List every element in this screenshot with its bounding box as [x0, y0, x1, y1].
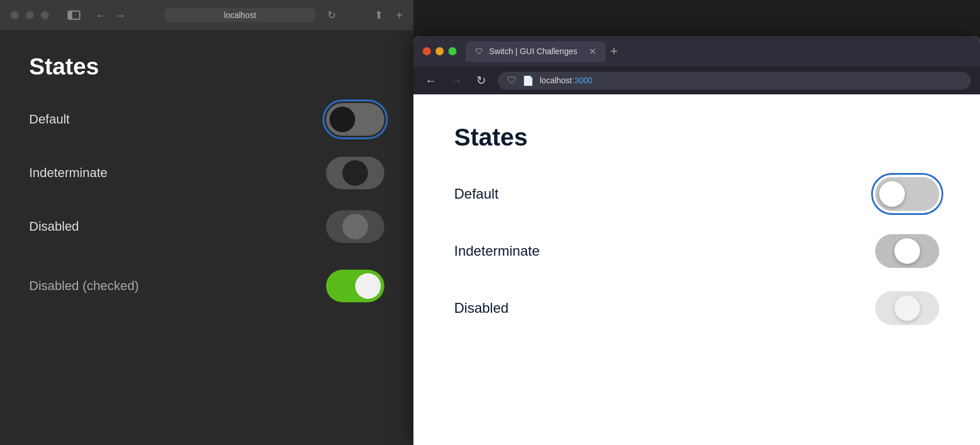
fg-states-heading: States [454, 123, 939, 151]
fg-traffic-lights [423, 47, 457, 55]
fg-tab[interactable]: 🛡 Switch | GUI Challenges ✕ [466, 41, 606, 62]
fg-address-host: localhost [540, 76, 572, 85]
bg-toggle-disabled [326, 210, 384, 243]
fg-label-indeterminate: Indeterminate [454, 243, 540, 259]
fg-forward-button[interactable]: → [448, 72, 465, 90]
bg-label-disabled-checked: Disabled (checked) [29, 278, 139, 294]
fg-address-bar[interactable]: 🛡 📄 localhost:3000 [498, 72, 971, 90]
bg-share-icon[interactable]: ⬆ [374, 9, 383, 22]
bg-toggle-indeterminate[interactable] [326, 157, 384, 189]
bg-label-indeterminate: Indeterminate [29, 165, 108, 181]
fg-reload-button[interactable]: ↻ [474, 71, 489, 90]
bg-back-icon[interactable]: ← [95, 9, 107, 22]
bg-newtab-icon[interactable]: + [396, 9, 403, 22]
fg-toggle-default-knob [879, 181, 905, 207]
bg-minimize-button[interactable] [26, 11, 34, 19]
background-browser: ← → localhost ↻ ⬆ + States Default Indet… [0, 0, 413, 445]
fg-close-button[interactable] [423, 47, 431, 55]
bg-fullscreen-button[interactable] [41, 11, 49, 19]
bg-toggle-disabled-checked-knob [355, 273, 381, 299]
bg-label-disabled: Disabled [29, 219, 79, 234]
fg-titlebar: 🛡 Switch | GUI Challenges ✕ + [413, 36, 980, 66]
bg-toggle-default-knob [330, 107, 355, 132]
bg-close-button[interactable] [10, 11, 19, 19]
bg-row-indeterminate: Indeterminate [29, 157, 384, 189]
bg-nav-icons [68, 10, 80, 20]
bg-titlebar: ← → localhost ↻ ⬆ + [0, 0, 413, 30]
fg-toolbar: ← → ↻ 🛡 📄 localhost:3000 [413, 66, 980, 94]
fg-fullscreen-button[interactable] [448, 47, 457, 55]
fg-back-button[interactable]: ← [423, 72, 439, 90]
bg-reload-icon[interactable]: ↻ [327, 9, 336, 22]
fg-address-text: localhost:3000 [540, 76, 592, 85]
foreground-browser: 🛡 Switch | GUI Challenges ✕ + ← → ↻ 🛡 📄 … [413, 36, 980, 445]
fg-toggle-disabled-knob [894, 295, 920, 321]
fg-page-content: States Default Indeterminate Disabled [413, 94, 980, 445]
fg-address-doc-icon: 📄 [522, 75, 534, 86]
fg-row-default: Default [454, 177, 939, 211]
bg-row-default: Default [29, 103, 384, 136]
fg-tab-shield-icon: 🛡 [475, 47, 483, 56]
fg-tab-close-button[interactable]: ✕ [589, 46, 596, 57]
bg-toggle-disabled-checked [326, 270, 384, 302]
fg-label-default: Default [454, 186, 498, 202]
fg-toggle-default[interactable] [875, 177, 939, 211]
fg-toggle-indeterminate[interactable] [875, 234, 939, 268]
fg-minimize-button[interactable] [436, 47, 444, 55]
fg-toggle-disabled [875, 291, 939, 325]
bg-row-disabled: Disabled [29, 210, 384, 243]
bg-address-bar[interactable]: localhost [164, 8, 316, 22]
fg-toggle-indeterminate-knob [894, 238, 920, 264]
bg-label-default: Default [29, 112, 70, 127]
bg-toggle-indeterminate-knob [342, 160, 368, 186]
bg-forward-icon[interactable]: → [114, 9, 126, 22]
bg-address-text: localhost [224, 10, 256, 20]
bg-toggle-default[interactable] [326, 103, 384, 136]
fg-row-indeterminate: Indeterminate [454, 234, 939, 268]
fg-label-disabled: Disabled [454, 300, 508, 316]
bg-page-content: States Default Indeterminate Disabled Di… [0, 30, 413, 326]
fg-address-port: :3000 [572, 76, 592, 85]
sidebar-toggle-icon[interactable] [68, 10, 80, 20]
bg-toggle-disabled-knob [342, 214, 368, 239]
bg-row-disabled-checked: Disabled (checked) [29, 264, 384, 302]
fg-new-tab-button[interactable]: + [610, 44, 618, 59]
fg-row-disabled: Disabled [454, 291, 939, 325]
fg-address-shield-icon: 🛡 [507, 75, 516, 86]
bg-states-heading: States [29, 54, 384, 80]
fg-tab-title: Switch | GUI Challenges [489, 47, 583, 56]
